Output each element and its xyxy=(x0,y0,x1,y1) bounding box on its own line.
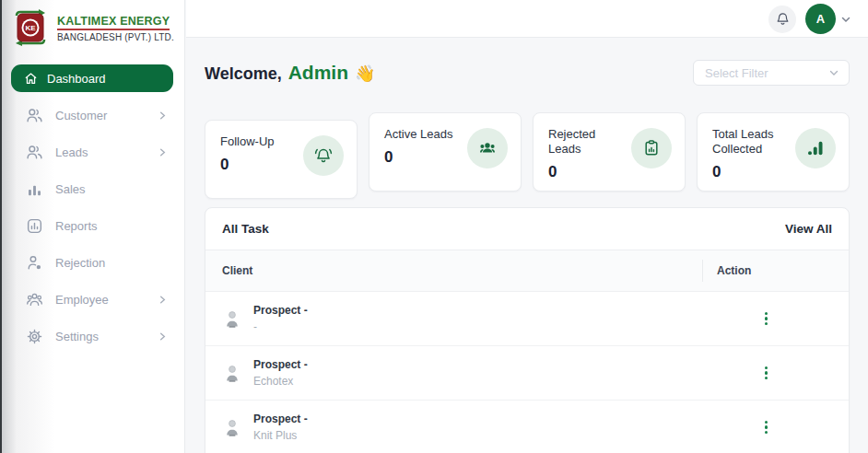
row-actions-menu-icon[interactable] xyxy=(759,415,773,440)
chevron-right-icon xyxy=(158,110,168,121)
client-name: Prospect - xyxy=(253,358,308,371)
welcome-prefix: Welcome, xyxy=(205,64,282,84)
sidebar-item-label: Leads xyxy=(55,145,88,159)
stat-card-active-leads: Active Leads 0 xyxy=(369,112,522,192)
table-row: Prospect - Knit Plus xyxy=(205,401,849,453)
chevron-right-icon xyxy=(158,147,168,157)
column-header-action: Action xyxy=(702,260,849,282)
all-task-panel: All Task View All Client Action Prospect… xyxy=(205,207,850,453)
stat-icon-circle xyxy=(631,128,672,168)
sidebar-item-label: Dashboard xyxy=(47,72,106,86)
kaltimex-logo-icon: KE xyxy=(11,9,50,46)
signal-bars-icon xyxy=(805,138,826,158)
svg-text:KE: KE xyxy=(25,24,36,32)
brand-title: KALTIMEX ENERGY xyxy=(57,15,170,30)
client-info: Prospect - Echotex xyxy=(253,358,308,388)
stat-label: Total Leads Collected xyxy=(712,127,790,157)
sidebar-item-label: Reports xyxy=(55,219,98,233)
chevron-down-icon xyxy=(840,14,851,25)
bar-chart-icon xyxy=(26,180,43,198)
client-company: Knit Plus xyxy=(253,429,308,442)
stat-value: 0 xyxy=(220,156,298,174)
client-info: Prospect - Knit Plus xyxy=(253,412,308,442)
main-content: Welcome, Admin 👋 Select Filter Follow-Up… xyxy=(186,38,868,453)
panel-title: All Task xyxy=(222,222,269,236)
sidebar-item-label: Customer xyxy=(55,109,107,122)
client-company: - xyxy=(253,320,308,333)
stat-value: 0 xyxy=(384,148,462,167)
brand-subtitle: BANGLADESH (PVT.) LTD. xyxy=(57,32,174,42)
client-name: Prospect - xyxy=(253,412,308,425)
people-group-icon xyxy=(477,138,498,158)
table-row: Prospect - - xyxy=(205,292,849,346)
sidebar-nav: Dashboard Customer xyxy=(0,64,184,354)
view-all-link[interactable]: View All xyxy=(785,222,832,236)
avatar: A xyxy=(805,4,836,34)
sidebar-item-settings[interactable]: Settings xyxy=(0,318,184,354)
stat-icon-circle xyxy=(467,128,508,168)
report-icon xyxy=(26,217,43,235)
sidebar-item-label: Rejection xyxy=(55,256,105,270)
column-header-client: Client xyxy=(205,264,702,277)
stat-value: 0 xyxy=(548,163,626,181)
notifications-button[interactable] xyxy=(768,6,796,33)
waving-hand-emoji: 👋 xyxy=(355,64,375,84)
sidebar: KE KALTIMEX ENERGY BANGLADESH (PVT.) LTD… xyxy=(0,0,185,453)
row-actions-menu-icon[interactable] xyxy=(759,361,773,386)
window-edge xyxy=(0,0,2,453)
home-icon xyxy=(24,72,38,86)
user-x-icon xyxy=(26,254,43,272)
chevron-right-icon xyxy=(158,331,168,342)
chevron-down-icon xyxy=(828,67,839,78)
top-header: A xyxy=(186,0,868,38)
sidebar-item-dashboard[interactable]: Dashboard xyxy=(11,64,173,92)
sidebar-items: Customer Leads xyxy=(0,97,184,354)
filter-select[interactable]: Select Filter xyxy=(693,60,850,86)
stat-card-follow-up: Follow-Up 0 xyxy=(205,120,358,199)
sidebar-item-customer[interactable]: Customer xyxy=(0,97,184,134)
client-company: Echotex xyxy=(253,375,308,388)
chevron-right-icon xyxy=(158,295,168,305)
stat-label: Active Leads xyxy=(384,127,462,142)
client-info: Prospect - - xyxy=(253,304,308,333)
person-avatar-icon xyxy=(222,417,242,438)
bell-ring-icon xyxy=(313,145,334,166)
stat-icon-circle xyxy=(795,128,836,168)
stat-card-rejected-leads: Rejected Leads 0 xyxy=(533,112,686,192)
sidebar-item-label: Employee xyxy=(55,293,109,307)
brand-logo: KE KALTIMEX ENERGY BANGLADESH (PVT.) LTD… xyxy=(0,0,184,53)
filter-placeholder: Select Filter xyxy=(705,66,768,80)
clipboard-chart-icon xyxy=(641,138,662,158)
stat-label: Follow-Up xyxy=(220,134,298,149)
stat-label: Rejected Leads xyxy=(548,127,626,157)
sidebar-item-label: Sales xyxy=(55,182,86,196)
team-icon xyxy=(26,291,43,308)
stat-value: 0 xyxy=(712,163,790,181)
sidebar-item-label: Settings xyxy=(55,330,99,343)
table-row: Prospect - Echotex xyxy=(205,346,849,401)
stat-cards: Follow-Up 0 Active Leads 0 xyxy=(205,112,850,192)
row-actions-menu-icon[interactable] xyxy=(759,307,773,331)
stat-icon-circle xyxy=(303,135,344,176)
users-icon xyxy=(26,144,43,161)
person-avatar-icon xyxy=(222,308,242,330)
person-avatar-icon xyxy=(222,363,242,384)
gear-icon xyxy=(26,328,43,345)
bell-icon xyxy=(775,11,791,27)
account-menu[interactable]: A xyxy=(805,4,851,34)
table-header: Client Action xyxy=(205,250,849,292)
sidebar-item-reports[interactable]: Reports xyxy=(0,207,184,244)
users-icon xyxy=(26,107,43,124)
sidebar-item-sales[interactable]: Sales xyxy=(0,170,184,207)
stat-card-total-leads: Total Leads Collected 0 xyxy=(697,112,850,192)
brand-text: KALTIMEX ENERGY BANGLADESH (PVT.) LTD. xyxy=(57,12,174,42)
sidebar-item-employee[interactable]: Employee xyxy=(0,281,184,318)
sidebar-item-leads[interactable]: Leads xyxy=(0,134,184,170)
sidebar-item-rejection[interactable]: Rejection xyxy=(0,244,184,281)
client-name: Prospect - xyxy=(253,304,308,317)
page-title: Welcome, Admin 👋 xyxy=(205,62,376,84)
welcome-username: Admin xyxy=(288,62,348,84)
